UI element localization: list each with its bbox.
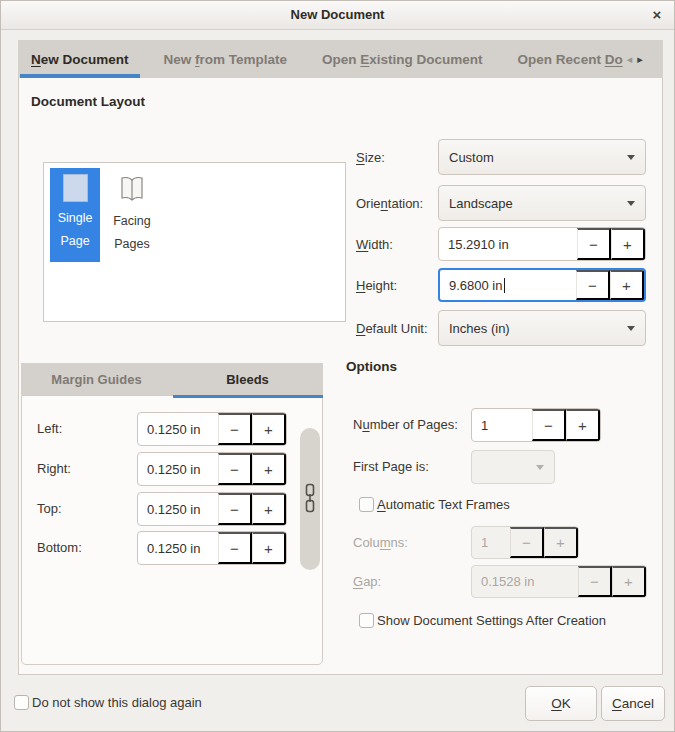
main-tab-bar: New Document New from Template Open Exis…: [18, 40, 663, 78]
bleed-bottom-increment-button[interactable]: +: [252, 532, 286, 564]
size-label: Size:: [356, 150, 438, 165]
show-settings-checkbox[interactable]: [359, 613, 374, 628]
size-select[interactable]: Custom: [438, 139, 646, 175]
tab-open-existing-document[interactable]: Open Existing Document: [309, 40, 496, 78]
columns-label: Columns:: [353, 526, 408, 559]
first-page-label: First Page is:: [353, 450, 429, 484]
active-tab-underline: [173, 395, 323, 398]
ok-button[interactable]: OK: [525, 686, 597, 721]
tab-scroll-right-icon[interactable]: ▸: [637, 53, 643, 66]
tab-scroll-left-icon[interactable]: ◂: [627, 53, 633, 66]
dont-show-checkbox[interactable]: [14, 695, 29, 710]
new-document-panel: Document Layout Single Page Facing Pages…: [18, 78, 663, 675]
layout-item-single-page[interactable]: Single Page: [50, 168, 100, 262]
bleed-bottom-input[interactable]: 0.1250 in: [138, 532, 218, 564]
gap-label: Gap:: [353, 565, 381, 598]
height-input[interactable]: 9.6800 in: [440, 270, 576, 300]
default-unit-select[interactable]: Inches (in): [438, 310, 646, 346]
bleed-right-label: Right:: [37, 452, 71, 486]
height-decrement-button[interactable]: −: [576, 270, 610, 300]
height-label: Height:: [356, 278, 438, 293]
chevron-down-icon: [627, 201, 635, 206]
bleed-bottom-decrement-button[interactable]: −: [218, 532, 252, 564]
cancel-button[interactable]: Cancel: [601, 686, 665, 721]
layout-item-facing-pages[interactable]: Facing Pages: [107, 168, 157, 265]
bleed-bottom-label: Bottom:: [37, 531, 82, 565]
bleed-top-label: Top:: [37, 492, 62, 526]
tab-open-recent-document[interactable]: Open Recent Do: [505, 40, 625, 78]
tab-label: Bleeds: [226, 372, 269, 387]
tab-label: Open Recent Do: [518, 52, 623, 67]
facing-pages-icon: [117, 174, 147, 207]
orientation-select[interactable]: Landscape: [438, 185, 646, 221]
width-spinbox: 15.2910 in − +: [438, 227, 646, 261]
orientation-label: Orientation:: [356, 196, 438, 211]
number-of-pages-increment-button[interactable]: +: [566, 409, 600, 441]
tab-new-document[interactable]: New Document: [18, 40, 142, 78]
window-title: New Document: [291, 7, 385, 22]
tab-label: New from Template: [164, 52, 288, 67]
automatic-text-frames-checkbox[interactable]: [359, 497, 374, 512]
height-spinbox: 9.6800 in − +: [438, 268, 646, 302]
width-increment-button[interactable]: +: [611, 228, 645, 260]
bleed-right-spinbox: 0.1250 in − +: [137, 452, 287, 486]
orientation-value: Landscape: [449, 196, 513, 211]
close-button[interactable]: ×: [645, 0, 669, 29]
gap-decrement-button: −: [578, 566, 612, 597]
bleed-right-increment-button[interactable]: +: [252, 453, 286, 485]
width-label: Width:: [356, 237, 438, 252]
bleed-left-input[interactable]: 0.1250 in: [138, 413, 218, 445]
bleed-left-row: Left: 0.1250 in − +: [22, 412, 322, 446]
close-icon: ×: [653, 6, 662, 23]
gap-input: 0.1528 in: [472, 566, 578, 597]
tab-label: Margin Guides: [51, 372, 141, 387]
bleed-top-increment-button[interactable]: +: [252, 493, 286, 525]
dont-show-label: Do not show this dialog again: [32, 695, 202, 710]
tab-margin-guides[interactable]: Margin Guides: [21, 363, 172, 395]
text-cursor: [504, 278, 505, 293]
layout-item-label: Facing: [113, 210, 151, 233]
bleed-top-input[interactable]: 0.1250 in: [138, 493, 218, 525]
layout-item-label: Page: [60, 230, 89, 253]
bleed-right-decrement-button[interactable]: −: [218, 453, 252, 485]
chevron-down-icon: [627, 326, 635, 331]
bleed-left-increment-button[interactable]: +: [252, 413, 286, 445]
size-value: Custom: [449, 150, 494, 165]
number-of-pages-label: Number of Pages:: [353, 408, 458, 442]
bleed-right-row: Right: 0.1250 in − +: [22, 452, 322, 486]
columns-increment-button: +: [544, 527, 578, 558]
bleed-left-label: Left:: [37, 412, 62, 446]
width-input[interactable]: 15.2910 in: [439, 228, 577, 260]
default-unit-value: Inches (in): [449, 321, 510, 336]
number-of-pages-input[interactable]: 1: [472, 409, 532, 441]
bleed-left-decrement-button[interactable]: −: [218, 413, 252, 445]
gap-spinbox: 0.1528 in − +: [471, 565, 647, 598]
single-page-icon: [63, 174, 88, 202]
button-label: Cancel: [612, 696, 654, 711]
link-values-button[interactable]: [300, 428, 320, 570]
chevron-down-icon: [536, 465, 544, 470]
titlebar[interactable]: New Document ×: [0, 0, 675, 30]
automatic-text-frames-label: Automatic Text Frames: [377, 497, 510, 512]
columns-input: 1: [472, 527, 510, 558]
tab-new-from-template[interactable]: New from Template: [151, 40, 301, 78]
document-layout-heading: Document Layout: [31, 94, 145, 109]
button-label: OK: [551, 696, 571, 711]
bleed-top-decrement-button[interactable]: −: [218, 493, 252, 525]
default-unit-label: Default Unit:: [356, 321, 438, 336]
first-page-select: [471, 450, 555, 484]
height-increment-button[interactable]: +: [610, 270, 644, 300]
number-of-pages-spinbox: 1 − +: [471, 408, 601, 442]
margin-tab-bar: Margin Guides Bleeds: [21, 363, 323, 395]
chevron-down-icon: [627, 155, 635, 160]
tab-bleeds[interactable]: Bleeds: [172, 363, 323, 395]
width-decrement-button[interactable]: −: [577, 228, 611, 260]
number-of-pages-decrement-button[interactable]: −: [532, 409, 566, 441]
bleed-left-spinbox: 0.1250 in − +: [137, 412, 287, 446]
layout-item-label: Single: [58, 207, 93, 230]
tab-label: Open Existing Document: [322, 52, 483, 67]
bleed-top-spinbox: 0.1250 in − +: [137, 492, 287, 526]
layout-item-label: Pages: [114, 233, 149, 256]
bleed-right-input[interactable]: 0.1250 in: [138, 453, 218, 485]
tab-label: New Document: [31, 52, 129, 67]
